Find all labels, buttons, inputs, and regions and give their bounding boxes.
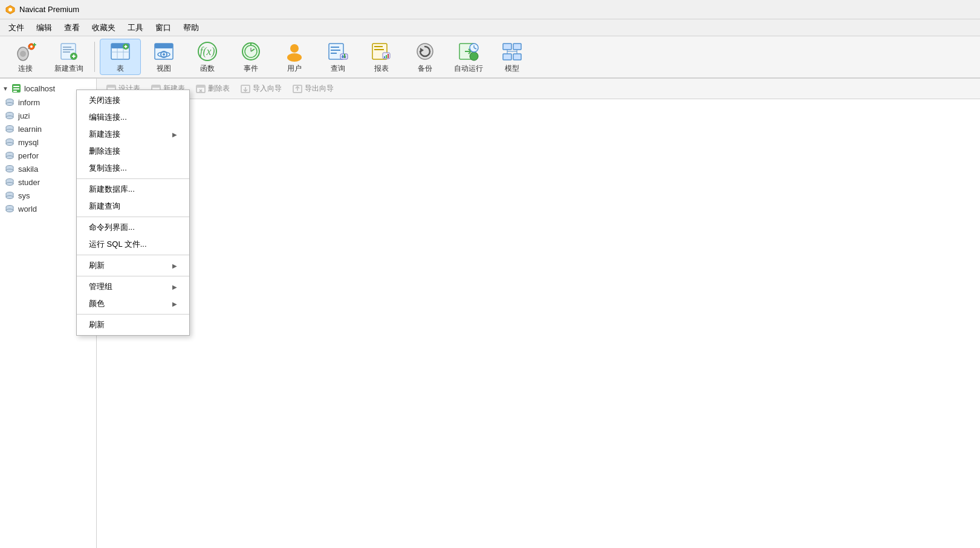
- db-icon-studer: [5, 177, 15, 187]
- ctx-run-sql-file[interactable]: 运行 SQL 文件...: [77, 236, 189, 253]
- svg-point-100: [6, 169, 13, 172]
- svg-rect-25: [155, 44, 173, 48]
- sec-btn-delete-table: 删除表: [191, 81, 235, 96]
- svg-point-80: [6, 116, 13, 119]
- ctx-refresh-sub[interactable]: 刷新 ▶: [77, 257, 189, 274]
- ctx-new-query[interactable]: 新建查询: [77, 198, 189, 215]
- svg-rect-51: [384, 56, 385, 58]
- svg-rect-15: [73, 54, 74, 58]
- toolbar-model[interactable]: 模型: [492, 39, 533, 75]
- sec-btn-export-wizard: 导出向导: [288, 81, 339, 96]
- ctx-sep-3: [77, 255, 189, 255]
- ctx-color[interactable]: 颜色 ▶: [77, 295, 189, 312]
- import-icon: [241, 84, 250, 94]
- view-icon: [153, 41, 175, 62]
- db-icon-learnin: [5, 124, 15, 134]
- ctx-manage-group[interactable]: 管理组 ▶: [77, 278, 189, 295]
- toolbar-view[interactable]: 视图: [143, 39, 184, 75]
- ctx-new-database[interactable]: 新建数据库...: [77, 181, 189, 198]
- menu-view[interactable]: 查看: [58, 20, 86, 36]
- db-icon-world: [5, 204, 15, 214]
- ctx-delete-connection[interactable]: 删除连接: [77, 143, 189, 160]
- toolbar-table[interactable]: 表: [100, 39, 141, 75]
- query-icon: [327, 41, 349, 62]
- toolbar-query[interactable]: 查询: [317, 39, 359, 75]
- db-icon-juzi: [5, 111, 15, 120]
- main-content-area: [97, 99, 980, 548]
- menu-favorites[interactable]: 收藏夹: [86, 20, 122, 36]
- svg-rect-125: [196, 85, 205, 88]
- ctx-manage-group-arrow: ▶: [172, 284, 177, 290]
- db-icon-sakila: [5, 164, 15, 174]
- context-menu: 关闭连接 编辑连接... 新建连接 ▶ 删除连接 复制连接... 新建数据库..…: [76, 90, 190, 336]
- ctx-sep-2: [77, 217, 189, 217]
- svg-point-95: [6, 156, 13, 159]
- model-icon: [501, 41, 523, 62]
- toolbar-sep-1: [94, 42, 95, 72]
- menu-tools[interactable]: 工具: [122, 20, 149, 36]
- ctx-refresh-sub-arrow: ▶: [172, 263, 177, 269]
- toolbar-user[interactable]: 用户: [274, 39, 315, 75]
- toolbar-function[interactable]: f(x) 函数: [187, 39, 228, 75]
- svg-rect-46: [344, 54, 345, 58]
- menu-edit[interactable]: 编辑: [30, 20, 58, 36]
- db-name-learnin: learnin: [18, 125, 42, 134]
- toolbar-event[interactable]: 事件: [230, 39, 271, 75]
- svg-point-85: [6, 129, 13, 132]
- svg-rect-119: [107, 85, 115, 88]
- svg-point-1: [8, 8, 12, 11]
- ctx-command-line[interactable]: 命令列界面...: [77, 219, 189, 236]
- db-name-juzi: juzi: [18, 111, 30, 120]
- db-icon-sys: [5, 191, 15, 200]
- toolbar-model-label: 模型: [505, 64, 519, 74]
- toolbar-user-label: 用户: [287, 64, 302, 74]
- app-icon: [5, 4, 16, 15]
- svg-point-3: [20, 51, 26, 57]
- toolbar-auto-run[interactable]: 自动运行: [448, 39, 489, 75]
- toolbar-query-label: 查询: [331, 64, 345, 74]
- ctx-sep-1: [77, 178, 189, 179]
- svg-rect-49: [374, 49, 384, 50]
- title-bar: Navicat Premium: [0, 0, 980, 19]
- svg-point-90: [6, 143, 13, 146]
- auto-run-icon: [458, 41, 479, 62]
- svg-point-6: [30, 45, 33, 48]
- db-name-world: world: [18, 204, 37, 214]
- sec-btn-delete-table-label: 删除表: [208, 83, 230, 94]
- db-icon-mysql: [5, 137, 15, 147]
- toolbar-auto-run-label: 自动运行: [454, 64, 483, 74]
- sec-btn-import-wizard: 导入向导: [236, 81, 287, 96]
- toolbar-function-label: 函数: [200, 64, 215, 74]
- toolbar-backup[interactable]: 备份: [404, 39, 446, 75]
- toolbar-connect[interactable]: 连接: [5, 39, 46, 75]
- svg-rect-39: [331, 47, 339, 48]
- svg-point-75: [6, 103, 13, 106]
- ctx-sep-5: [77, 314, 189, 315]
- ctx-color-arrow: ▶: [172, 301, 177, 307]
- ctx-edit-connection[interactable]: 编辑连接...: [77, 109, 189, 126]
- ctx-refresh[interactable]: 刷新: [77, 316, 189, 333]
- svg-rect-121: [152, 85, 160, 88]
- backup-icon: [414, 41, 436, 62]
- db-icon-inform: [5, 97, 15, 107]
- toolbar-new-query[interactable]: 新建查询: [48, 39, 89, 75]
- svg-point-57: [470, 52, 478, 60]
- menu-help[interactable]: 帮助: [177, 20, 205, 36]
- menu-file[interactable]: 文件: [2, 20, 30, 36]
- svg-rect-12: [63, 51, 70, 53]
- toolbar-report[interactable]: 报表: [361, 39, 402, 75]
- toolbar-view-label: 视图: [157, 64, 171, 74]
- ctx-new-connection[interactable]: 新建连接 ▶: [77, 126, 189, 143]
- ctx-close-connection[interactable]: 关闭连接: [77, 92, 189, 109]
- svg-text:f(x): f(x): [200, 45, 215, 58]
- db-name-mysql: mysql: [18, 138, 39, 147]
- menu-window[interactable]: 窗口: [149, 20, 177, 36]
- svg-rect-71: [13, 88, 19, 90]
- ctx-copy-connection[interactable]: 复制连接...: [77, 160, 189, 177]
- app-title: Navicat Premium: [19, 5, 79, 14]
- svg-rect-62: [503, 44, 511, 50]
- svg-rect-48: [374, 46, 383, 47]
- svg-rect-53: [388, 54, 389, 58]
- svg-rect-11: [63, 49, 74, 50]
- toolbar-connect-label: 连接: [18, 64, 33, 74]
